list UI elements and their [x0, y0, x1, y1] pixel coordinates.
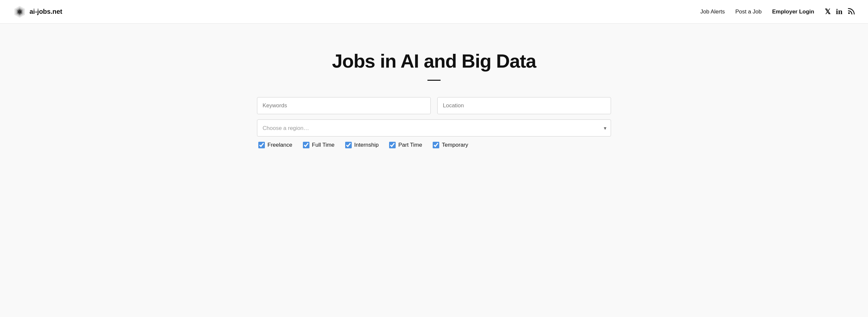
nav-employer-login[interactable]: Employer Login: [772, 8, 814, 15]
filter-checkboxes: Freelance Full Time Internship Part Time…: [257, 142, 611, 148]
search-form: Choose a region… ▾ Freelance Full Time I…: [257, 97, 611, 148]
nav-post-a-job[interactable]: Post a Job: [735, 8, 762, 15]
checkbox-internship[interactable]: [345, 142, 352, 148]
logo[interactable]: ai-jobs.net: [13, 5, 62, 18]
svg-point-4: [848, 12, 850, 14]
region-select[interactable]: Choose a region…: [257, 119, 611, 137]
location-input[interactable]: [437, 97, 611, 114]
keywords-input[interactable]: [257, 97, 431, 114]
checkbox-parttime[interactable]: [389, 142, 396, 148]
rss-icon[interactable]: [848, 7, 855, 17]
filter-parttime[interactable]: Part Time: [389, 142, 422, 148]
filter-internship[interactable]: Internship: [345, 142, 379, 148]
main-nav: Job Alerts Post a Job Employer Login 𝕏 i…: [701, 7, 855, 17]
checkbox-fulltime-label: Full Time: [312, 142, 335, 148]
filter-freelance[interactable]: Freelance: [258, 142, 292, 148]
hero-divider: [428, 80, 440, 81]
logo-icon: [13, 5, 26, 18]
nav-job-alerts[interactable]: Job Alerts: [701, 8, 725, 15]
checkbox-fulltime[interactable]: [303, 142, 309, 148]
linkedin-icon[interactable]: in: [836, 7, 842, 16]
checkbox-freelance-label: Freelance: [268, 142, 292, 148]
filter-fulltime[interactable]: Full Time: [303, 142, 335, 148]
twitter-icon[interactable]: 𝕏: [825, 7, 831, 16]
checkbox-freelance[interactable]: [258, 142, 265, 148]
filter-temporary[interactable]: Temporary: [433, 142, 468, 148]
logo-text: ai-jobs.net: [30, 8, 62, 16]
social-icons: 𝕏 in: [825, 7, 855, 17]
search-row-top: [257, 97, 611, 114]
hero-title: Jobs in AI and Big Data: [332, 50, 536, 72]
checkbox-temporary[interactable]: [433, 142, 439, 148]
checkbox-temporary-label: Temporary: [442, 142, 468, 148]
region-select-wrapper: Choose a region… ▾: [257, 119, 611, 137]
checkbox-internship-label: Internship: [354, 142, 379, 148]
checkbox-parttime-label: Part Time: [398, 142, 422, 148]
